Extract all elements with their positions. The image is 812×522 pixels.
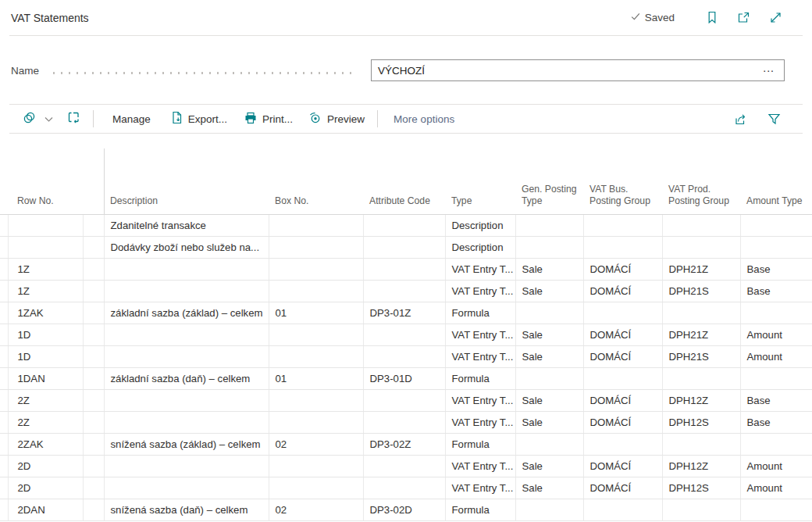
preview-button[interactable]: Preview (308, 111, 365, 127)
name-input[interactable]: VÝCHOZÍ ... (371, 59, 785, 81)
cell-row-no[interactable] (8, 236, 83, 258)
cell-attribute-code[interactable] (363, 280, 445, 302)
table-row[interactable]: 1DANzákladní sazba (daň) – celkem01DP3-0… (0, 367, 812, 389)
column-header-row-no[interactable]: Row No. (8, 133, 83, 214)
table-row[interactable]: 1ZVAT Entry T...SaleDOMÁCÍDPH21ZBase (0, 258, 812, 280)
cell-vat-bus-posting-group[interactable]: DOMÁCÍ (583, 280, 662, 302)
cell-description[interactable]: základní sazba (základ) – celkem (104, 302, 269, 324)
cell-vat-prod-posting-group[interactable]: DPH21Z (662, 258, 740, 280)
cell-row-no[interactable]: 2Z (8, 411, 83, 433)
cell-attribute-code[interactable] (363, 477, 445, 499)
cell-description[interactable]: snížená sazba (daň) – celkem (104, 499, 269, 520)
cell-description[interactable] (104, 411, 269, 433)
cell-type[interactable]: VAT Entry T... (445, 389, 515, 411)
cell-gen-posting-type[interactable] (515, 499, 583, 520)
cell-row-no[interactable]: 1Z (8, 258, 83, 280)
cell-attribute-code[interactable]: DP3-02Z (363, 433, 445, 455)
table-row[interactable]: 2DANsnížená sazba (daň) – celkem02DP3-02… (0, 499, 812, 520)
cell-vat-bus-posting-group[interactable]: DOMÁCÍ (583, 455, 662, 477)
cell-attribute-code[interactable] (363, 324, 445, 345)
cell-amount-type[interactable] (740, 214, 812, 236)
cell-amount-type[interactable]: Base (740, 411, 812, 433)
cell-vat-prod-posting-group[interactable]: DPH12S (662, 477, 740, 499)
cell-amount-type[interactable] (740, 433, 812, 455)
cell-vat-bus-posting-group[interactable]: DOMÁCÍ (583, 389, 662, 411)
cell-row-no[interactable]: 2D (8, 455, 83, 477)
cell-amount-type[interactable]: Amount (740, 324, 812, 345)
cell-description[interactable] (104, 477, 269, 499)
cell-gen-posting-type[interactable] (515, 302, 583, 324)
cell-row-no[interactable]: 1Z (8, 280, 83, 302)
cell-box-no[interactable] (269, 236, 363, 258)
table-row[interactable]: 1ZAKzákladní sazba (základ) – celkem01DP… (0, 302, 812, 324)
bookmark-icon[interactable] (706, 11, 718, 24)
cell-vat-prod-posting-group[interactable]: DPH12S (662, 411, 740, 433)
cell-gen-posting-type[interactable] (515, 236, 583, 258)
column-header-vat-bus-posting-group[interactable]: VAT Bus. Posting Group (583, 133, 662, 214)
cell-gen-posting-type[interactable]: Sale (515, 455, 583, 477)
expand-view-icon[interactable] (769, 11, 782, 24)
cell-type[interactable]: Formula (445, 499, 515, 520)
cell-attribute-code[interactable] (363, 258, 445, 280)
cell-description[interactable]: Dodávky zboží nebo služeb na... (104, 236, 269, 258)
cell-gen-posting-type[interactable] (515, 214, 583, 236)
name-input-value[interactable]: VÝCHOZÍ (378, 65, 761, 77)
cell-box-no[interactable] (269, 345, 363, 367)
cell-amount-type[interactable]: Base (740, 258, 812, 280)
column-header-gen-posting-type[interactable]: Gen. Posting Type (515, 133, 583, 214)
cell-box-no[interactable] (269, 280, 363, 302)
cell-box-no[interactable] (269, 214, 363, 236)
cell-row-no[interactable]: 2D (8, 477, 83, 499)
cell-attribute-code[interactable] (363, 214, 445, 236)
table-row[interactable]: 2ZVAT Entry T...SaleDOMÁCÍDPH12SBase (0, 411, 812, 433)
export-button[interactable]: Export... (171, 111, 227, 127)
cell-vat-prod-posting-group[interactable] (662, 433, 740, 455)
cell-amount-type[interactable]: Amount (740, 455, 812, 477)
cell-attribute-code[interactable] (363, 236, 445, 258)
print-button[interactable]: Print... (244, 112, 293, 127)
cell-vat-bus-posting-group[interactable] (583, 433, 662, 455)
cell-box-no[interactable] (269, 324, 363, 345)
cell-description[interactable] (104, 258, 269, 280)
cell-box-no[interactable]: 02 (269, 433, 363, 455)
cell-type[interactable]: VAT Entry T... (445, 258, 515, 280)
column-header-attribute-code[interactable]: Attribute Code (363, 133, 445, 214)
cell-vat-bus-posting-group[interactable]: DOMÁCÍ (583, 411, 662, 433)
cell-box-no[interactable]: 02 (269, 499, 363, 520)
assist-edit-button[interactable]: ... (761, 64, 776, 77)
share-icon[interactable] (734, 113, 749, 126)
cell-description[interactable]: Zdanitelné transakce (104, 214, 269, 236)
cell-type[interactable]: Formula (445, 433, 515, 455)
cell-vat-prod-posting-group[interactable]: DPH21S (662, 345, 740, 367)
cell-type[interactable]: VAT Entry T... (445, 455, 515, 477)
cell-vat-prod-posting-group[interactable]: DPH12Z (662, 389, 740, 411)
column-header-vat-prod-posting-group[interactable]: VAT Prod. Posting Group (662, 133, 740, 214)
cell-vat-bus-posting-group[interactable] (583, 236, 662, 258)
cell-attribute-code[interactable] (363, 411, 445, 433)
cell-type[interactable]: Description (445, 214, 515, 236)
table-row[interactable]: 1ZVAT Entry T...SaleDOMÁCÍDPH21SBase (0, 280, 812, 302)
column-header-box-no[interactable]: Box No. (269, 133, 363, 214)
manage-button[interactable]: Manage (112, 113, 151, 125)
cell-vat-bus-posting-group[interactable]: DOMÁCÍ (583, 477, 662, 499)
cell-description[interactable] (104, 389, 269, 411)
cell-box-no[interactable] (269, 389, 363, 411)
cell-amount-type[interactable]: Amount (740, 477, 812, 499)
cell-type[interactable]: Formula (445, 367, 515, 389)
cell-gen-posting-type[interactable]: Sale (515, 389, 583, 411)
cell-amount-type[interactable]: Base (740, 389, 812, 411)
cell-gen-posting-type[interactable]: Sale (515, 280, 583, 302)
cell-box-no[interactable] (269, 477, 363, 499)
table-row[interactable]: 1DVAT Entry T...SaleDOMÁCÍDPH21ZAmount (0, 324, 812, 345)
filter-icon[interactable] (767, 113, 781, 126)
cell-vat-prod-posting-group[interactable] (662, 236, 740, 258)
cell-gen-posting-type[interactable] (515, 433, 583, 455)
cell-box-no[interactable]: 01 (269, 367, 363, 389)
cell-amount-type[interactable] (740, 302, 812, 324)
cell-description[interactable]: snížená sazba (základ) – celkem (104, 433, 269, 455)
cell-attribute-code[interactable] (363, 345, 445, 367)
column-header-amount-type[interactable]: Amount Type (740, 133, 812, 214)
cell-type[interactable]: VAT Entry T... (445, 411, 515, 433)
cell-amount-type[interactable]: Amount (740, 345, 812, 367)
column-header-description[interactable]: Description (104, 133, 269, 214)
